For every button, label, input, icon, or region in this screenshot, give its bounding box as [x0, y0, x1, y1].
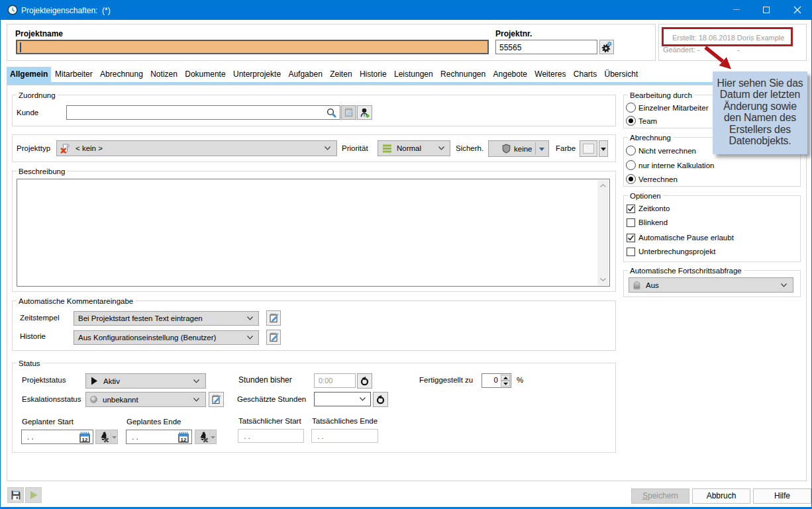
svg-text:12: 12 — [181, 437, 187, 443]
svg-text:12: 12 — [82, 437, 88, 443]
